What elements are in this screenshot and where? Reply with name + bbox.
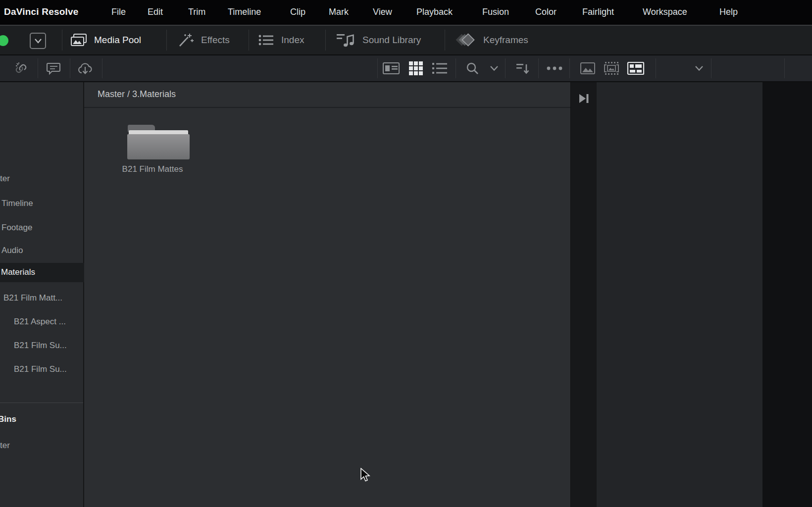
menu-workspace[interactable]: Workspace	[643, 7, 687, 17]
search-button[interactable]	[462, 55, 482, 81]
tab-label: Keyframes	[483, 35, 528, 46]
bin-sidebar: ter Timeline Footage Audio Materials B21…	[0, 82, 84, 507]
search-options-dropdown[interactable]	[486, 55, 502, 81]
live-media-preview-button[interactable]	[600, 55, 623, 81]
chevron-down-icon	[34, 38, 42, 44]
list-view-button[interactable]	[429, 55, 451, 81]
sidebar-divider	[0, 403, 83, 403]
menu-help[interactable]: Help	[719, 7, 738, 17]
list-view-icon	[431, 61, 448, 75]
chevron-down-icon	[490, 65, 499, 71]
effects-icon	[177, 32, 194, 48]
tab-label: Index	[281, 35, 304, 46]
tab-effects[interactable]: Effects	[177, 26, 230, 54]
search-icon	[465, 61, 480, 76]
menu-view[interactable]: View	[373, 7, 392, 17]
collapse-toolbar-button[interactable]	[30, 33, 46, 49]
clip-comments-button[interactable]	[43, 55, 64, 81]
more-options-button[interactable]	[544, 55, 565, 81]
smart-bins-header[interactable]: Bins	[0, 414, 16, 425]
keyframes-icon	[455, 32, 476, 49]
sort-order-button[interactable]	[512, 55, 534, 81]
tab-label: Effects	[201, 35, 230, 46]
media-pool-toolbar: 67% 00:00:00:01	[0, 55, 812, 82]
menu-playback[interactable]: Playback	[416, 7, 453, 17]
tab-sound-library[interactable]: Sound Library	[336, 26, 421, 54]
comment-icon	[46, 61, 61, 76]
grid-view-icon	[408, 60, 424, 76]
bin-item-b21-aspect[interactable]: B21 Aspect ...	[14, 317, 66, 328]
thumbnail-view-button[interactable]	[405, 55, 427, 81]
card-view-icon	[382, 62, 400, 75]
bin-item-audio[interactable]: Audio	[1, 246, 23, 256]
folder-icon	[127, 125, 190, 159]
tab-media-pool[interactable]: Media Pool	[69, 26, 141, 54]
layout-icon	[627, 61, 645, 75]
bin-item-footage[interactable]: Footage	[1, 223, 32, 234]
menu-clip[interactable]: Clip	[290, 7, 305, 17]
expand-viewer-button[interactable]	[578, 93, 591, 104]
relink-media-button[interactable]	[11, 55, 32, 81]
preview-picture-button[interactable]	[577, 55, 598, 81]
menu-trim[interactable]: Trim	[188, 7, 205, 17]
folder-tile-b21-film-mattes[interactable]: B21 Film Mattes	[115, 117, 190, 181]
window-zoom-traffic-light[interactable]	[0, 35, 8, 46]
breadcrumb: Master / 3.Materials	[98, 89, 176, 100]
tab-label: Media Pool	[94, 35, 141, 46]
more-icon	[546, 66, 563, 71]
bin-item-label: Materials	[1, 267, 35, 278]
tab-label: Sound Library	[362, 35, 421, 46]
menu-timeline[interactable]: Timeline	[228, 7, 261, 17]
davinci-resolve-window: DaVinci Resolve File Edit Trim Timeline …	[0, 0, 812, 507]
viewer-panel	[597, 82, 762, 507]
layout-view-button[interactable]	[624, 55, 648, 81]
film-frame-icon	[602, 61, 621, 76]
right-edge-panel	[762, 82, 812, 507]
unlink-icon	[14, 61, 29, 76]
bin-item-timeline[interactable]: Timeline	[1, 199, 33, 209]
metadata-view-button[interactable]	[380, 55, 403, 81]
bin-item-master[interactable]: ter	[0, 174, 10, 185]
media-pool-content: Master / 3.Materials B21 Film Mattes	[84, 82, 570, 507]
menu-file[interactable]: File	[111, 7, 126, 17]
chevron-down-icon	[695, 65, 704, 71]
smart-bin-item-master[interactable]: ter	[0, 441, 10, 452]
folder-name: B21 Film Mattes	[103, 164, 202, 174]
picture-icon	[580, 62, 596, 75]
bin-item-b21-film-su-1[interactable]: B21 Film Su...	[14, 341, 67, 352]
skip-end-icon	[578, 93, 591, 104]
mouse-cursor	[359, 468, 372, 483]
media-pool-icon	[69, 33, 88, 48]
tab-keyframes[interactable]: Keyframes	[455, 26, 528, 54]
bin-item-materials-selected[interactable]: Materials	[0, 263, 84, 282]
cloud-download-icon	[77, 61, 93, 76]
download-remote-media-button[interactable]	[75, 55, 96, 81]
menu-fairlight[interactable]: Fairlight	[582, 7, 614, 17]
bin-item-b21-film-mattes[interactable]: B21 Film Matt...	[3, 293, 62, 304]
panel-tab-bar: Media Pool Effects Index	[0, 25, 812, 55]
menu-fusion[interactable]: Fusion	[482, 7, 509, 17]
zoom-percent-dropdown[interactable]	[691, 55, 707, 81]
index-icon	[257, 33, 274, 47]
app-title: DaVinci Resolve	[4, 6, 79, 17]
sort-icon	[515, 61, 530, 75]
bin-item-b21-film-su-2[interactable]: B21 Film Su...	[14, 364, 67, 375]
menu-bar: DaVinci Resolve File Edit Trim Timeline …	[0, 0, 812, 25]
breadcrumb-bar: Master / 3.Materials	[84, 82, 570, 108]
menu-mark[interactable]: Mark	[329, 7, 349, 17]
menu-edit[interactable]: Edit	[148, 7, 163, 17]
sound-library-icon	[336, 32, 355, 48]
tab-index[interactable]: Index	[257, 26, 304, 54]
viewer-expander-strip	[570, 82, 597, 507]
menu-color[interactable]: Color	[535, 7, 557, 17]
